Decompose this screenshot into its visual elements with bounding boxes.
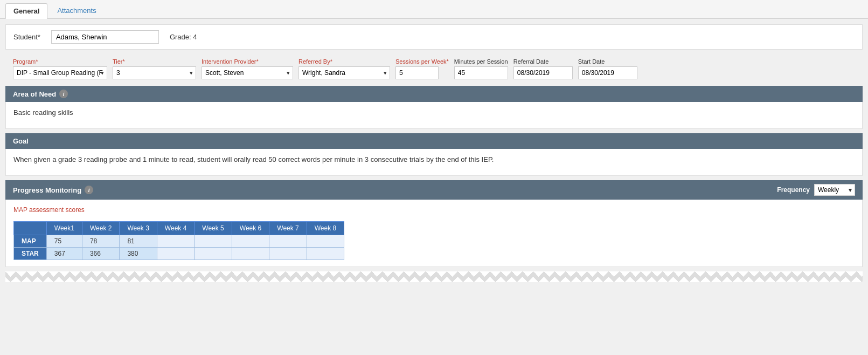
col-header-label: [14, 222, 47, 235]
star-week1: 367: [46, 248, 82, 260]
minutes-per-session-label: Minutes per Session: [454, 58, 508, 65]
tabs-bar: General Attachments: [0, 0, 868, 19]
intervention-provider-select[interactable]: Scott, Steven: [202, 66, 293, 79]
student-input[interactable]: [51, 30, 159, 44]
map-week5: [195, 235, 232, 248]
map-week1: 75: [46, 235, 82, 248]
student-row: Student* Grade: 4: [5, 24, 863, 50]
table-row-map: MAP 75 78 81: [14, 235, 344, 248]
tier-select[interactable]: 3: [113, 66, 196, 79]
frequency-select[interactable]: Weekly Biweekly Monthly: [814, 184, 855, 196]
progress-monitoring-content: MAP assessment scores Week1 Week 2 Week …: [5, 200, 863, 267]
map-week7: [269, 235, 307, 248]
col-header-week1: Week1: [46, 222, 82, 235]
tab-attachments[interactable]: Attachments: [50, 3, 103, 18]
progress-monitoring-info-icon: i: [85, 186, 93, 194]
tier-group: Tier* 3: [113, 58, 196, 79]
student-label: Student*: [13, 33, 40, 41]
star-week6: [232, 248, 269, 260]
tab-general[interactable]: General: [5, 3, 47, 19]
area-of-need-info-icon: i: [59, 90, 68, 98]
grade-text: Grade: 4: [170, 33, 197, 41]
map-week8: [307, 235, 344, 248]
sessions-per-week-group: Sessions per Week*: [395, 58, 449, 79]
col-header-week7: Week 7: [269, 222, 307, 235]
area-of-need-header: Area of Need i: [5, 86, 863, 102]
map-week4: [157, 235, 194, 248]
minutes-per-session-input[interactable]: [454, 66, 508, 79]
col-header-week5: Week 5: [195, 222, 232, 235]
program-select[interactable]: DIP - Small Group Reading (F: [13, 66, 107, 79]
start-date-input[interactable]: [578, 66, 637, 79]
map-week6: [232, 235, 269, 248]
program-label: Program*: [13, 58, 107, 65]
tier-label: Tier*: [113, 58, 196, 65]
col-header-week4: Week 4: [157, 222, 194, 235]
map-week2: 78: [82, 235, 119, 248]
row-label-star: STAR: [14, 248, 47, 260]
progress-monitoring-section: Progress Monitoring i Frequency Weekly B…: [5, 180, 863, 267]
start-date-group: Start Date: [578, 58, 637, 79]
intervention-provider-group: Intervention Provider* Scott, Steven: [202, 58, 293, 79]
referral-date-input[interactable]: [513, 66, 573, 79]
star-week7: [269, 248, 307, 260]
minutes-per-session-group: Minutes per Session: [454, 58, 508, 79]
frequency-label: Frequency: [777, 186, 810, 194]
table-row-star: STAR 367 366 380: [14, 248, 344, 260]
map-week3: 81: [120, 235, 157, 248]
referral-date-label: Referral Date: [513, 58, 573, 65]
sessions-per-week-label: Sessions per Week*: [395, 58, 449, 65]
star-week2: 366: [82, 248, 119, 260]
referred-by-label: Referred By*: [298, 58, 390, 65]
referred-by-select[interactable]: Wright, Sandra: [298, 66, 390, 79]
goal-section: Goal When given a grade 3 reading probe …: [5, 133, 863, 176]
goal-content: When given a grade 3 reading probe and 1…: [5, 149, 863, 176]
table-header-row: Week1 Week 2 Week 3 Week 4 Week 5 Week 6…: [14, 222, 344, 235]
zigzag-border: [5, 271, 863, 282]
referred-by-group: Referred By* Wright, Sandra: [298, 58, 390, 79]
row-label-map: MAP: [14, 235, 47, 248]
col-header-week2: Week 2: [82, 222, 119, 235]
progress-monitoring-header: Progress Monitoring i Frequency Weekly B…: [5, 180, 863, 200]
area-of-need-content: Basic reading skills: [5, 102, 863, 129]
referral-date-group: Referral Date: [513, 58, 573, 79]
sessions-per-week-input[interactable]: [395, 66, 439, 79]
program-group: Program* DIP - Small Group Reading (F: [13, 58, 107, 79]
intervention-provider-label: Intervention Provider*: [202, 58, 293, 65]
col-header-week3: Week 3: [120, 222, 157, 235]
content-area: Student* Grade: 4 Program* DIP - Small G…: [0, 19, 868, 288]
star-week5: [195, 248, 232, 260]
star-week8: [307, 248, 344, 260]
area-of-need-section: Area of Need i Basic reading skills: [5, 86, 863, 129]
goal-header: Goal: [5, 133, 863, 149]
frequency-group: Frequency Weekly Biweekly Monthly: [777, 184, 855, 196]
map-assessment-label: MAP assessment scores: [13, 206, 855, 214]
star-week4: [157, 248, 194, 260]
score-table: Week1 Week 2 Week 3 Week 4 Week 5 Week 6…: [13, 221, 344, 260]
col-header-week8: Week 8: [307, 222, 344, 235]
fields-row: Program* DIP - Small Group Reading (F Ti…: [5, 54, 863, 84]
col-header-week6: Week 6: [232, 222, 269, 235]
star-week3: 380: [120, 248, 157, 260]
start-date-label: Start Date: [578, 58, 637, 65]
